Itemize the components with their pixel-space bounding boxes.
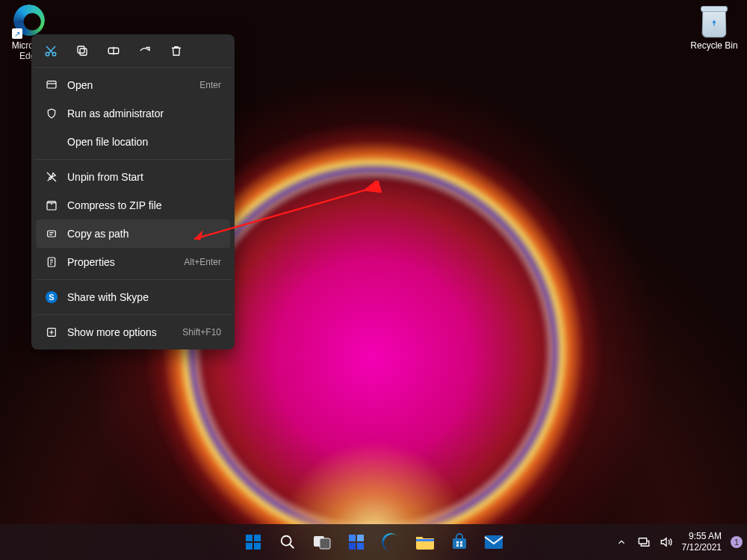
context-menu-separator <box>34 279 232 280</box>
svg-rect-14 <box>254 543 261 550</box>
system-tray: 9:55 AM 7/12/2021 1 <box>615 524 743 560</box>
svg-rect-17 <box>320 538 330 549</box>
tray-overflow-button[interactable] <box>615 535 628 549</box>
shield-icon <box>45 107 58 120</box>
svg-rect-22 <box>416 539 434 541</box>
menu-item-label: Open file location <box>67 136 221 148</box>
menu-item-show-more-options[interactable]: Show more options Shift+F10 <box>36 318 230 346</box>
taskbar-app-store[interactable] <box>444 527 474 557</box>
menu-item-label: Unpin from Start <box>67 171 221 183</box>
svg-rect-11 <box>246 535 252 541</box>
svg-rect-2 <box>80 49 87 55</box>
menu-item-compress-zip[interactable]: Compress to ZIP file <box>36 191 230 220</box>
taskbar-pinned-apps <box>238 527 509 557</box>
skype-icon: S <box>45 290 58 304</box>
svg-rect-26 <box>456 544 459 547</box>
volume-icon[interactable] <box>660 535 673 549</box>
menu-item-shortcut: Alt+Enter <box>184 257 221 267</box>
menu-item-open-file-location[interactable]: • Open file location <box>36 128 230 156</box>
svg-rect-19 <box>357 535 364 541</box>
tray-clock[interactable]: 9:55 AM 7/12/2021 <box>682 531 722 553</box>
menu-item-label: Show more options <box>67 326 182 338</box>
copy-path-icon <box>45 227 58 240</box>
desktop-icon-recycle-bin[interactable]: Recycle Bin <box>686 4 743 51</box>
menu-item-label: Compress to ZIP file <box>67 199 221 211</box>
rename-icon[interactable] <box>106 43 121 58</box>
menu-item-shortcut: Enter <box>199 80 221 90</box>
shortcut-arrow-icon: ↗ <box>12 28 22 39</box>
menu-item-label: Open <box>67 79 199 91</box>
svg-rect-25 <box>460 541 462 544</box>
svg-rect-3 <box>78 46 84 53</box>
svg-rect-29 <box>639 538 647 544</box>
properties-icon <box>45 255 58 269</box>
svg-rect-12 <box>254 535 261 541</box>
cut-icon[interactable] <box>43 43 58 58</box>
context-menu: Open Enter Run as administrator • Open f… <box>31 34 235 349</box>
network-icon[interactable] <box>637 535 651 549</box>
svg-rect-6 <box>48 231 56 237</box>
widgets-button[interactable] <box>341 527 371 557</box>
taskbar-app-explorer[interactable] <box>410 527 440 557</box>
menu-item-label: Properties <box>67 256 184 268</box>
svg-point-1 <box>52 52 56 56</box>
svg-rect-13 <box>246 543 252 550</box>
menu-item-label: Share with Skype <box>67 291 221 303</box>
svg-rect-5 <box>47 81 56 88</box>
menu-item-shortcut: Shift+F10 <box>182 327 221 337</box>
notification-center-button[interactable]: 1 <box>731 536 743 548</box>
taskbar-app-edge[interactable] <box>376 527 406 557</box>
copy-icon[interactable] <box>75 43 90 58</box>
unpin-icon <box>45 170 58 184</box>
menu-item-share-skype[interactable]: S Share with Skype <box>36 283 230 311</box>
menu-item-unpin-from-start[interactable]: Unpin from Start <box>36 163 230 191</box>
recycle-bin-icon <box>699 4 729 39</box>
menu-item-properties[interactable]: Properties Alt+Enter <box>36 248 230 276</box>
search-button[interactable] <box>273 527 303 557</box>
svg-rect-27 <box>460 544 462 547</box>
delete-icon[interactable] <box>169 43 184 58</box>
edge-icon: ↗ <box>13 4 46 37</box>
notification-count: 1 <box>734 538 739 547</box>
svg-rect-21 <box>357 543 364 550</box>
open-icon <box>45 78 58 92</box>
menu-item-label: Copy as path <box>67 228 221 240</box>
start-button[interactable] <box>238 527 268 557</box>
menu-item-run-as-admin[interactable]: Run as administrator <box>36 99 230 128</box>
svg-rect-28 <box>485 535 503 549</box>
taskbar-app-mail[interactable] <box>479 527 509 557</box>
zip-icon <box>45 199 58 212</box>
svg-rect-20 <box>349 543 356 550</box>
context-menu-toolbar <box>34 39 232 66</box>
svg-point-15 <box>282 536 291 546</box>
svg-rect-18 <box>349 535 356 541</box>
desktop-icon-label: Recycle Bin <box>686 40 743 51</box>
menu-item-open[interactable]: Open Enter <box>36 71 230 99</box>
context-menu-separator <box>34 314 232 315</box>
menu-item-copy-as-path[interactable]: Copy as path <box>36 220 230 248</box>
context-menu-separator <box>34 67 232 68</box>
svg-rect-23 <box>453 538 466 549</box>
tray-time: 9:55 AM <box>682 531 722 542</box>
svg-rect-24 <box>456 541 459 544</box>
more-options-icon <box>45 326 58 339</box>
task-view-button[interactable] <box>307 527 337 557</box>
taskbar: 9:55 AM 7/12/2021 1 <box>0 524 747 560</box>
svg-point-0 <box>46 52 49 56</box>
menu-item-label: Run as administrator <box>67 108 221 119</box>
share-icon[interactable] <box>137 43 152 58</box>
tray-date: 7/12/2021 <box>682 542 722 553</box>
context-menu-separator <box>34 159 232 160</box>
